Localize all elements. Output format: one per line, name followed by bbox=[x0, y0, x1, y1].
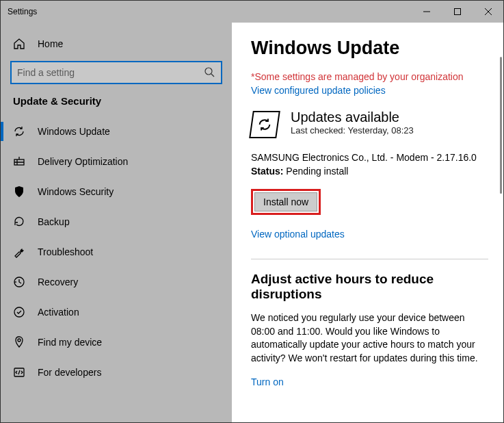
nav-recovery[interactable]: Recovery bbox=[1, 267, 232, 297]
install-now-button[interactable]: Install now bbox=[254, 192, 317, 212]
location-icon bbox=[13, 336, 25, 348]
recovery-icon bbox=[13, 276, 25, 288]
title-bar: Settings bbox=[1, 1, 503, 23]
scrollbar[interactable] bbox=[500, 57, 502, 194]
minimize-button[interactable] bbox=[411, 1, 442, 23]
policy-link[interactable]: View configured update policies bbox=[251, 85, 488, 96]
sync-icon bbox=[13, 125, 25, 138]
nav-label: Troubleshoot bbox=[38, 246, 93, 257]
shield-icon bbox=[13, 185, 25, 198]
last-checked: Last checked: Yesterday, 08:23 bbox=[291, 125, 414, 136]
update-icon bbox=[249, 111, 280, 138]
category-heading: Update & Security bbox=[1, 95, 232, 116]
nav-label: For developers bbox=[38, 367, 101, 378]
nav-delivery-optimization[interactable]: Delivery Optimization bbox=[1, 146, 232, 177]
managed-notice: *Some settings are managed by your organ… bbox=[251, 71, 488, 82]
nav-troubleshoot[interactable]: Troubleshoot bbox=[1, 237, 232, 267]
nav-find-my-device[interactable]: Find my device bbox=[1, 327, 232, 357]
section-divider bbox=[251, 259, 488, 259]
install-highlight: Install now bbox=[251, 189, 321, 215]
updates-heading: Updates available bbox=[291, 110, 414, 125]
nav-for-developers[interactable]: For developers bbox=[1, 357, 232, 387]
check-icon bbox=[13, 306, 25, 318]
window-controls bbox=[411, 1, 503, 23]
status-line: Status: Pending install bbox=[251, 166, 488, 177]
nav-backup[interactable]: Backup bbox=[1, 207, 232, 237]
svg-line-5 bbox=[211, 74, 214, 77]
svg-point-9 bbox=[18, 339, 21, 342]
active-hours-heading: Adjust active hours to reduce disruption… bbox=[251, 272, 488, 302]
nav-label: Recovery bbox=[38, 277, 78, 287]
nav-label: Find my device bbox=[38, 337, 102, 348]
search-input-container[interactable] bbox=[10, 61, 222, 84]
delivery-icon bbox=[13, 155, 25, 168]
nav-label: Delivery Optimization bbox=[38, 156, 128, 167]
home-label: Home bbox=[38, 38, 63, 49]
nav-list: Windows Update Delivery Optimization Win… bbox=[1, 116, 232, 422]
search-icon bbox=[204, 67, 215, 78]
update-status-row: Updates available Last checked: Yesterda… bbox=[251, 110, 488, 138]
svg-point-8 bbox=[14, 307, 24, 317]
nav-windows-security[interactable]: Windows Security bbox=[1, 177, 232, 207]
svg-point-4 bbox=[205, 68, 212, 75]
driver-name: SAMSUNG Electronics Co., Ltd. - Modem - … bbox=[251, 152, 488, 163]
sidebar: Home Update & Security Windows Update De… bbox=[1, 23, 232, 422]
optional-updates-link[interactable]: View optional updates bbox=[251, 229, 488, 240]
nav-windows-update[interactable]: Windows Update bbox=[1, 116, 232, 146]
nav-label: Backup bbox=[38, 216, 70, 227]
svg-rect-1 bbox=[454, 9, 460, 15]
close-button[interactable] bbox=[473, 1, 503, 23]
home-nav[interactable]: Home bbox=[1, 31, 232, 57]
home-icon bbox=[13, 38, 25, 50]
nav-activation[interactable]: Activation bbox=[1, 297, 232, 327]
wrench-icon bbox=[13, 246, 25, 258]
nav-label: Windows Update bbox=[38, 126, 110, 137]
code-icon bbox=[13, 366, 25, 379]
search-input[interactable] bbox=[17, 67, 204, 78]
window-title: Settings bbox=[1, 7, 37, 16]
content-pane: Windows Update *Some settings are manage… bbox=[232, 23, 503, 422]
maximize-button[interactable] bbox=[442, 1, 473, 23]
nav-label: Windows Security bbox=[38, 186, 114, 197]
active-hours-body: We noticed you regularly use your device… bbox=[251, 311, 488, 365]
page-title: Windows Update bbox=[251, 38, 488, 59]
backup-icon bbox=[13, 216, 25, 228]
nav-label: Activation bbox=[38, 307, 79, 318]
turn-on-link[interactable]: Turn on bbox=[251, 376, 284, 387]
